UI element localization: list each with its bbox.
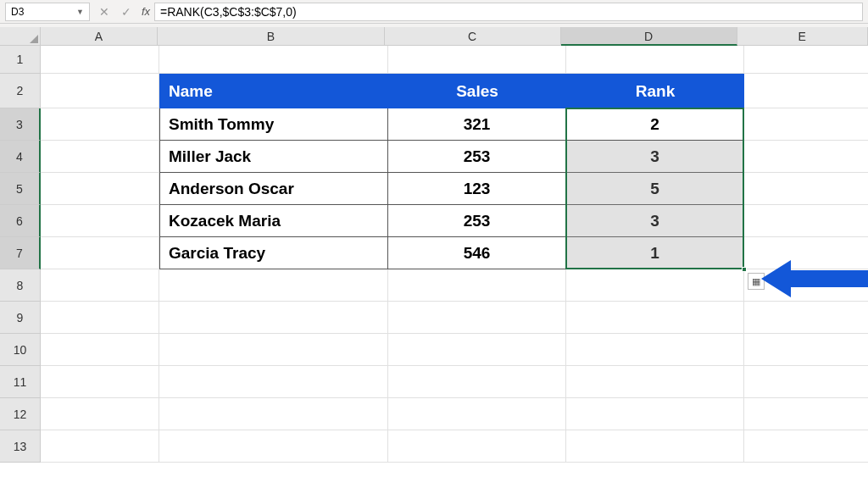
cell-D3[interactable]: 2	[566, 108, 744, 141]
cell-D12[interactable]	[566, 398, 744, 430]
cell-B9[interactable]	[159, 302, 388, 334]
name-box[interactable]: D3 ▼	[5, 3, 90, 21]
cell-E11[interactable]	[744, 366, 868, 398]
cell-E5[interactable]	[744, 173, 868, 205]
cell-E3[interactable]	[744, 108, 868, 141]
col-header-A[interactable]: A	[41, 27, 159, 46]
row-header-11[interactable]: 11	[0, 366, 41, 398]
cell-A6[interactable]	[41, 205, 159, 237]
cell-A13[interactable]	[41, 430, 159, 463]
cell-B7[interactable]: Garcia Tracy	[159, 237, 388, 269]
cell-C1[interactable]	[388, 46, 566, 74]
cell-C6[interactable]: 253	[388, 205, 566, 237]
col-header-E[interactable]: E	[737, 27, 868, 46]
row-header-4[interactable]: 4	[0, 141, 41, 173]
chevron-down-icon[interactable]: ▼	[76, 8, 84, 16]
cell-E13[interactable]	[744, 430, 868, 463]
cell-B3[interactable]: Smith Tommy	[159, 108, 388, 141]
cell-D8[interactable]	[566, 269, 744, 302]
cell-A1[interactable]	[41, 46, 159, 74]
cell-B6[interactable]: Kozacek Maria	[159, 205, 388, 237]
cell-E10[interactable]	[744, 334, 868, 366]
cell-A9[interactable]	[41, 302, 159, 334]
formula-bar: D3 ▼ ✕ ✓ fx =RANK(C3,$C$3:$C$7,0)	[0, 0, 868, 24]
col-header-C[interactable]: C	[385, 27, 561, 46]
cell-D10[interactable]	[566, 334, 744, 366]
row-header-12[interactable]: 12	[0, 398, 41, 430]
cell-D5[interactable]: 5	[566, 173, 744, 205]
confirm-formula-button[interactable]: ✓	[115, 5, 137, 19]
row-header-7[interactable]: 7	[0, 237, 41, 269]
col-header-B[interactable]: B	[158, 27, 384, 46]
cell-C3[interactable]: 321	[388, 108, 566, 141]
cell-A8[interactable]	[41, 269, 159, 302]
cell-B2[interactable]: Name	[159, 74, 388, 108]
select-all-corner[interactable]	[0, 27, 41, 46]
fx-icon[interactable]: fx	[137, 5, 154, 18]
row-header-1[interactable]: 1	[0, 46, 41, 74]
cell-B4[interactable]: Miller Jack	[159, 141, 388, 173]
cell-D11[interactable]	[566, 366, 744, 398]
cell-D6[interactable]: 3	[566, 205, 744, 237]
cell-A3[interactable]	[41, 108, 159, 141]
cell-C10[interactable]	[388, 334, 566, 366]
cell-C5[interactable]: 123	[388, 173, 566, 205]
cell-E9[interactable]	[744, 302, 868, 334]
cell-grid[interactable]: Name Sales Rank Smith Tommy 321 2 Miller…	[41, 46, 868, 463]
cell-B12[interactable]	[159, 398, 388, 430]
cell-B10[interactable]	[159, 334, 388, 366]
cell-A5[interactable]	[41, 173, 159, 205]
cell-B1[interactable]	[159, 46, 388, 74]
cell-B8[interactable]	[159, 269, 388, 302]
row-header-3[interactable]: 3	[0, 108, 41, 141]
cell-E2[interactable]	[744, 74, 868, 108]
cell-C9[interactable]	[388, 302, 566, 334]
row-header-2[interactable]: 2	[0, 74, 41, 108]
cell-C7[interactable]: 546	[388, 237, 566, 269]
row-gutter: 1 2 3 4 5 6 7 8 9 10 11 12 13	[0, 46, 41, 463]
cell-D1[interactable]	[566, 46, 744, 74]
cell-E6[interactable]	[744, 205, 868, 237]
row-header-9[interactable]: 9	[0, 302, 41, 334]
cell-A2[interactable]	[41, 74, 159, 108]
formula-input[interactable]: =RANK(C3,$C$3:$C$7,0)	[154, 3, 863, 21]
cell-E1[interactable]	[744, 46, 868, 74]
cell-A7[interactable]	[41, 237, 159, 269]
cell-A4[interactable]	[41, 141, 159, 173]
cell-B13[interactable]	[159, 430, 388, 463]
cell-C13[interactable]	[388, 430, 566, 463]
cancel-formula-button[interactable]: ✕	[93, 5, 115, 19]
cell-E12[interactable]	[744, 398, 868, 430]
cell-D7[interactable]: 1	[566, 237, 744, 269]
name-box-value: D3	[11, 6, 73, 18]
svg-marker-0	[761, 260, 868, 297]
cell-C12[interactable]	[388, 398, 566, 430]
cell-C2[interactable]: Sales	[388, 74, 566, 108]
row-header-6[interactable]: 6	[0, 205, 41, 237]
arrow-icon	[761, 253, 868, 304]
cell-B11[interactable]	[159, 366, 388, 398]
cell-D9[interactable]	[566, 302, 744, 334]
cell-A10[interactable]	[41, 334, 159, 366]
row-header-8[interactable]: 8	[0, 269, 41, 302]
row-header-5[interactable]: 5	[0, 173, 41, 205]
cell-A11[interactable]	[41, 366, 159, 398]
cell-E4[interactable]	[744, 141, 868, 173]
spreadsheet-grid: A B C D E 1 2 3 4 5 6 7 8 9 10 11 12 13	[0, 27, 868, 463]
cell-C4[interactable]: 253	[388, 141, 566, 173]
row-header-13[interactable]: 13	[0, 430, 41, 463]
row-header-10[interactable]: 10	[0, 334, 41, 366]
cell-D4[interactable]: 3	[566, 141, 744, 173]
cell-C8[interactable]	[388, 269, 566, 302]
cell-A12[interactable]	[41, 398, 159, 430]
cell-D2[interactable]: Rank	[566, 74, 744, 108]
cell-B5[interactable]: Anderson Oscar	[159, 173, 388, 205]
cell-C11[interactable]	[388, 366, 566, 398]
formula-text: =RANK(C3,$C$3:$C$7,0)	[160, 5, 297, 19]
col-header-D[interactable]: D	[561, 27, 737, 46]
cell-D13[interactable]	[566, 430, 744, 463]
